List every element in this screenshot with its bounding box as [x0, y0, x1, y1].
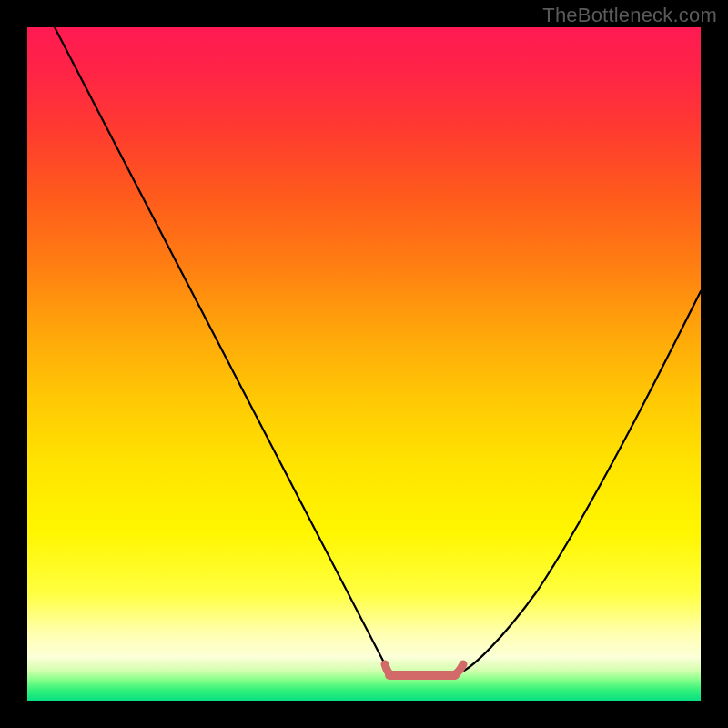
plot-area	[27, 27, 701, 701]
watermark-text: TheBottleneck.com	[542, 4, 717, 27]
chart-container: TheBottleneck.com	[0, 0, 728, 728]
curve-right-branch	[462, 291, 701, 672]
curve-left-branch	[55, 27, 385, 664]
curve-layer	[27, 27, 701, 701]
curve-min-right-bend	[453, 664, 463, 675]
